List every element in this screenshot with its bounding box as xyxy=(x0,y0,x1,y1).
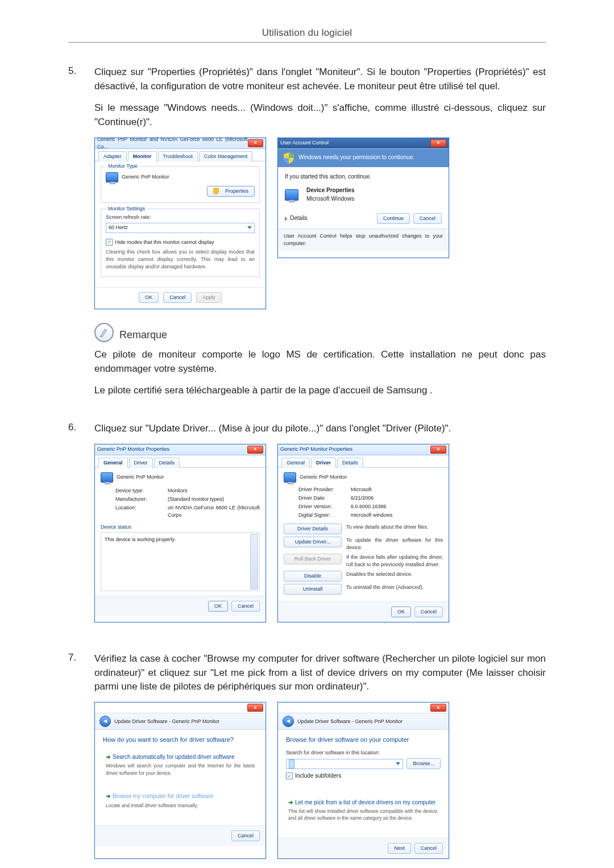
include-subfolders-checkbox[interactable]: ✓ xyxy=(286,773,293,779)
close-icon[interactable]: × xyxy=(430,446,446,454)
ok-button[interactable]: OK xyxy=(208,601,228,612)
refresh-rate-select[interactable]: 60 Hertz xyxy=(106,223,255,233)
close-icon[interactable]: × xyxy=(248,139,263,147)
apply-button[interactable]: Apply xyxy=(196,292,222,303)
cancel-button[interactable]: Cancel xyxy=(414,843,443,854)
driver-details-desc: To view details about the driver files. xyxy=(346,524,429,531)
hide-modes-checkbox[interactable]: ✓ xyxy=(106,239,113,246)
refresh-rate-value: 60 Hertz xyxy=(109,224,128,231)
window-title: Generic PnP Monitor Properties xyxy=(280,446,352,453)
option-search-auto-sub: Windows will search your computer and th… xyxy=(106,762,255,776)
continue-button[interactable]: Continue xyxy=(377,213,410,224)
dialog-device-driver: Generic PnP Monitor Properties × General… xyxy=(277,444,449,623)
uac-headline: Windows needs your permission to contion… xyxy=(298,153,414,162)
dialog-update-driver-search: × ◄ Update Driver Software - Generic PnP… xyxy=(94,702,266,859)
hide-modes-note: Clearing this check box allows you to se… xyxy=(106,248,255,271)
option-search-auto-title: Search automatically for updated driver … xyxy=(113,754,235,760)
tab-general[interactable]: General xyxy=(281,458,310,468)
note-icon xyxy=(94,323,114,342)
rollback-driver-desc: If the device fails after updating the d… xyxy=(346,554,443,568)
driver-provider-value: Microsoft xyxy=(351,486,372,493)
uac-footer-note: User Account Control helps stop unauthor… xyxy=(278,229,449,251)
option-browse-sub: Locate and install driver software manua… xyxy=(106,802,255,809)
device-status-box: This device is working properly. xyxy=(101,532,260,591)
step7-text: Vérifiez la case à cocher "Browse my com… xyxy=(94,652,546,694)
update-driver-desc: To update the driver software for this d… xyxy=(346,537,443,551)
close-icon[interactable]: × xyxy=(430,139,446,147)
page-title: Utilisation du logiciel xyxy=(68,27,546,43)
breadcrumb: Update Driver Software - Generic PnP Mon… xyxy=(297,718,403,725)
uac-if-started: If you started this action, continue. xyxy=(285,173,442,181)
tab-details[interactable]: Details xyxy=(154,458,180,468)
cancel-button[interactable]: Cancel xyxy=(231,601,260,612)
option-pick-from-list[interactable]: ➔Let me pick from a list of device drive… xyxy=(286,796,441,824)
refresh-rate-label: Screen refresh rate: xyxy=(106,214,255,221)
details-toggle[interactable]: Details xyxy=(290,214,308,223)
uninstall-button[interactable]: Uninstall xyxy=(284,584,342,595)
location-value: on NVIDIA GeForce 6600 LE (Microsoft Cor… xyxy=(168,504,260,519)
search-location-label: Search for driver software in this locat… xyxy=(286,749,441,757)
step-number-7: 7. xyxy=(68,652,82,868)
device-type-value: Monitors xyxy=(168,487,188,495)
disable-button[interactable]: Disable xyxy=(284,571,342,582)
ok-button[interactable]: OK xyxy=(139,292,159,303)
next-button[interactable]: Next xyxy=(388,843,411,854)
tab-color-management[interactable]: Color Management xyxy=(199,151,253,161)
cancel-button[interactable]: Cancel xyxy=(231,830,260,841)
dialog-monitor-properties: Generic PnP Monitor and NVIDIA GeForce 6… xyxy=(94,138,266,309)
tab-adapter[interactable]: Adapter xyxy=(98,151,127,161)
option-browse[interactable]: ➔Browse my computer for driver software … xyxy=(103,790,258,812)
option-search-auto[interactable]: ➔Search automatically for updated driver… xyxy=(103,750,258,779)
tab-monitor[interactable]: Monitor xyxy=(128,151,157,161)
tab-driver[interactable]: Driver xyxy=(311,458,336,468)
cancel-button[interactable]: Cancel xyxy=(163,292,192,303)
chevron-down-icon xyxy=(247,226,252,229)
driver-date-label: Driver Date: xyxy=(298,495,343,502)
device-status-text: This device is working properly. xyxy=(105,537,176,542)
close-icon[interactable]: × xyxy=(247,704,263,712)
tab-general[interactable]: General xyxy=(98,458,128,468)
properties-button[interactable]: Properties xyxy=(207,186,255,197)
device-name: Generic PnP Monitor xyxy=(300,474,347,481)
close-icon[interactable]: × xyxy=(247,446,263,454)
back-button[interactable]: ◄ xyxy=(283,716,294,727)
tab-driver[interactable]: Driver xyxy=(129,458,153,468)
include-subfolders-label: Include subfolders xyxy=(295,772,341,780)
properties-button-label: Properties xyxy=(225,188,248,194)
update-driver-button[interactable]: Update Driver... xyxy=(284,537,342,547)
close-icon[interactable]: × xyxy=(430,704,446,712)
dialog-device-general: Generic PnP Monitor Properties × General… xyxy=(94,444,266,623)
group-monitor-type: Monitor Type xyxy=(106,163,140,170)
window-title: Generic PnP Monitor Properties xyxy=(97,446,169,453)
option-pick-title: Let me pick from a list of device driver… xyxy=(295,799,435,805)
back-button[interactable]: ◄ xyxy=(99,716,111,727)
dialog-update-driver-browse: × ◄ Update Driver Software - Generic PnP… xyxy=(277,702,449,859)
driver-details-button[interactable]: Driver Details xyxy=(284,524,342,534)
driver-provider-label: Driver Provider: xyxy=(298,486,343,493)
shield-icon xyxy=(284,152,294,164)
chevron-down-icon xyxy=(396,762,400,765)
rollback-driver-button[interactable]: Roll Back Driver xyxy=(284,554,342,564)
tab-troubleshoot[interactable]: Troubleshoot xyxy=(158,151,198,161)
driver-version-value: 6.0.6000.16386 xyxy=(351,503,387,510)
wizard-heading: Browse for driver software on your compu… xyxy=(286,736,441,745)
arrow-icon: ➔ xyxy=(106,793,110,799)
device-type-label: Device type: xyxy=(115,487,160,495)
shield-icon xyxy=(213,188,219,194)
step6-text: Cliquez sur "Update Driver... (Mise à jo… xyxy=(94,422,546,436)
ok-button[interactable]: OK xyxy=(391,607,411,617)
remark-label: Remarque xyxy=(119,327,167,342)
device-status-label: Device status xyxy=(101,524,260,531)
tab-details[interactable]: Details xyxy=(337,458,363,468)
cancel-button[interactable]: Cancel xyxy=(413,213,442,224)
step5-para1: Cliquez sur "Properties (Propriétés)" da… xyxy=(94,65,546,93)
manufacturer-value: (Standard monitor types) xyxy=(168,496,224,503)
hide-modes-label: Hide modes that this monitor cannot disp… xyxy=(115,239,214,246)
manufacturer-label: Manufacturer: xyxy=(115,496,160,503)
cancel-button[interactable]: Cancel xyxy=(414,607,443,617)
remark-para2: Le pilote certifié sera téléchargeable à… xyxy=(94,384,546,398)
uac-item-title: Device Properties xyxy=(306,186,355,195)
device-icon xyxy=(285,189,298,201)
search-location-input[interactable] xyxy=(286,759,403,769)
browse-button[interactable]: Browse... xyxy=(406,758,441,769)
